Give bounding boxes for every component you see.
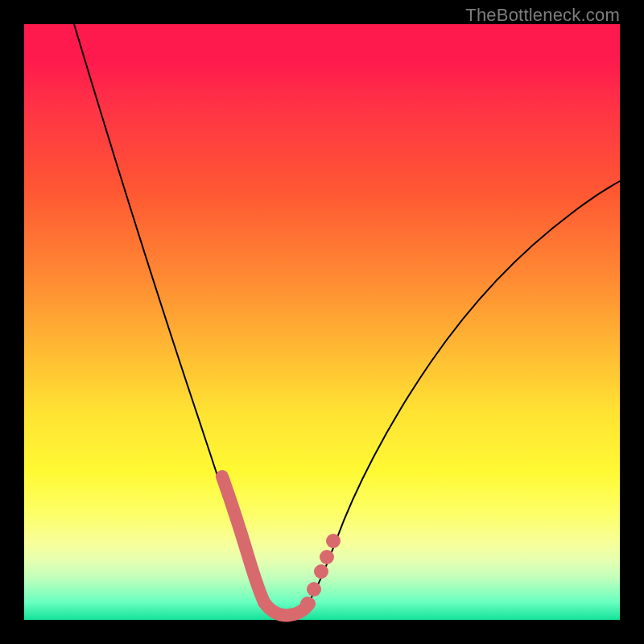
marker-run-left: [222, 477, 264, 602]
chart-svg: [24, 24, 620, 620]
bottleneck-curve: [74, 24, 620, 617]
marker-dot: [314, 564, 328, 579]
marker-dot: [320, 550, 334, 564]
marker-dot: [300, 597, 315, 611]
watermark-text: TheBottleneck.com: [465, 5, 620, 26]
chart-plot-area: [24, 24, 620, 620]
marker-dot: [307, 582, 321, 597]
marker-dot: [326, 534, 341, 548]
